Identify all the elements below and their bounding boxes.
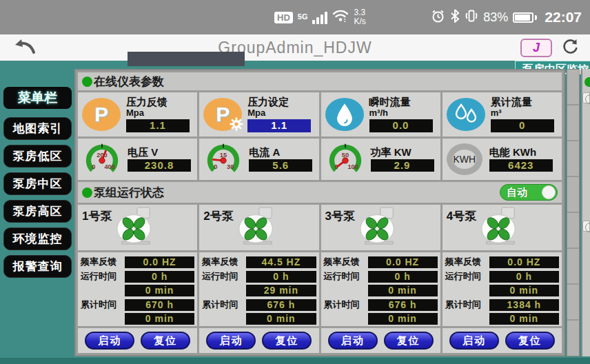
jump-app-button[interactable]: J xyxy=(520,39,552,57)
pump-icon xyxy=(356,207,400,248)
kwh-ring-icon: KWH xyxy=(447,143,482,175)
current-gauge-icon: 15 0 30 xyxy=(203,141,243,177)
pump-buttons: 启动 复位 xyxy=(78,328,197,353)
pump-column-4: 4号泵 频率反馈0.0 HZ 运行时间0 h 0 min 累计时间1384 h … xyxy=(443,205,562,353)
status-time: 22:07 xyxy=(545,9,582,26)
sidebar-item-pump-low-zone[interactable]: 泵房低区 xyxy=(3,145,72,168)
green-dot-icon xyxy=(82,188,92,198)
current-card: 15 0 30 电流 A 5.6 xyxy=(199,139,318,180)
sidebar-item-pump-mid-zone[interactable]: 泵房中区 xyxy=(3,172,72,195)
network-speed: 3.3 K/s xyxy=(354,8,365,26)
sidebar-item-map-index[interactable]: 地图索引 xyxy=(3,117,72,140)
reset-button[interactable]: 复位 xyxy=(262,332,312,350)
pressure-feedback-value: 1.1 xyxy=(126,119,190,132)
total-minutes: 0 min xyxy=(246,313,316,325)
runtime-minutes: 0 min xyxy=(368,285,438,296)
pump-data-table: 频率反馈0.0 HZ 运行时间0 h 0 min 累计时间676 h 0 min xyxy=(321,252,440,326)
gear-icon xyxy=(230,117,243,134)
pump-icon xyxy=(478,207,522,248)
total-hours: 676 h xyxy=(246,299,316,311)
pump-icon xyxy=(113,207,157,248)
card-unit: m³ xyxy=(491,108,554,119)
runtime-hours: 0 h xyxy=(489,271,559,283)
card-label: 电能 KWh xyxy=(489,147,553,159)
sidebar-item-alarm-query[interactable]: 报警查询 xyxy=(3,255,72,278)
start-button[interactable]: 启动 xyxy=(206,332,256,350)
pump-column-2: 2号泵 频率反馈44.5 HZ 运行时间0 h 29 min 累计时间676 h… xyxy=(199,205,318,353)
card-unit: m³/h xyxy=(369,108,433,119)
pressure-icon: P xyxy=(82,98,121,131)
redaction-overlay xyxy=(128,52,245,66)
status-bar: HD 5G 3.3 K/s 83% 22:07 xyxy=(0,0,590,34)
total-time-label: 累计时间 xyxy=(445,299,489,311)
pump-head: 2号泵 xyxy=(199,205,318,250)
partial-card xyxy=(582,221,590,232)
freq-value: 44.5 HZ xyxy=(246,256,316,268)
freq-label: 频率反馈 xyxy=(202,256,246,268)
green-dot-icon xyxy=(82,77,92,87)
runtime-hours: 0 h xyxy=(368,271,438,283)
auto-mode-label: 自动 xyxy=(507,186,527,199)
start-button[interactable]: 启动 xyxy=(449,332,499,350)
total-minutes: 0 min xyxy=(489,313,559,325)
voltage-gauge-icon: 200 0 400 xyxy=(82,141,122,177)
refresh-button[interactable] xyxy=(562,38,579,58)
pumps-grid: 1号泵 频率反馈0.0 HZ 运行时间0 h 0 min 累计时间670 h 0… xyxy=(78,205,562,353)
sidebar-item-pump-high-zone[interactable]: 泵房高区 xyxy=(3,200,72,223)
pump-data-table: 频率反馈44.5 HZ 运行时间0 h 29 min 累计时间676 h 0 m… xyxy=(199,252,318,326)
pressure-setting-value[interactable]: 1.1 xyxy=(247,119,311,132)
reset-button[interactable]: 复位 xyxy=(505,332,555,350)
title-bar: GroupAdmin_HDJW J xyxy=(0,34,590,61)
start-button[interactable]: 启动 xyxy=(328,332,378,350)
hd-icon: HD xyxy=(274,12,293,23)
voltage-value: 230.8 xyxy=(128,159,191,172)
total-time-label: 累计时间 xyxy=(324,299,368,311)
instant-flow-card: 瞬时流量 m³/h 0.0 xyxy=(321,92,440,136)
pump-section-header: 泵组运行状态 自动 xyxy=(78,182,562,203)
auto-mode-toggle[interactable]: 自动 xyxy=(500,184,558,201)
energy-value: 6423 xyxy=(489,159,553,172)
runtime-minutes: 29 min xyxy=(246,285,316,296)
water-drop-icon xyxy=(325,98,364,131)
freq-value: 0.0 HZ xyxy=(125,256,194,268)
jump-icon: J xyxy=(533,41,540,55)
power-gauge-icon: 50 0 100 xyxy=(325,141,365,177)
current-value: 5.6 xyxy=(249,159,312,172)
sidebar: 菜单栏 地图索引 泵房低区 泵房中区 泵房高区 环境监控 报警查询 xyxy=(3,87,72,283)
start-button[interactable]: 启动 xyxy=(85,332,134,350)
pump-name: 1号泵 xyxy=(82,208,112,224)
vibrate-icon xyxy=(465,9,478,26)
sidebar-item-env-monitor[interactable]: 环境监控 xyxy=(3,228,72,250)
freq-value: 0.0 HZ xyxy=(368,256,438,268)
scrollbar-strip[interactable] xyxy=(567,69,580,356)
total-time-label: 累计时间 xyxy=(202,299,246,311)
card-unit: Mpa xyxy=(126,108,190,119)
power-card: 50 0 100 功率 KW 2.9 xyxy=(321,139,440,180)
voltage-card: 200 0 400 电压 V 230.8 xyxy=(78,139,197,180)
reset-button[interactable]: 复位 xyxy=(384,332,434,350)
svg-text:0: 0 xyxy=(92,163,95,170)
back-button[interactable] xyxy=(12,37,36,58)
green-dot-icon xyxy=(584,77,590,87)
pump-head: 3号泵 xyxy=(321,205,440,250)
bluetooth-icon xyxy=(450,9,460,26)
reset-button[interactable]: 复位 xyxy=(141,332,190,350)
meter-cards-row: P 压力反馈 Mpa 1.1 P 压力设定 Mpa 1.1 xyxy=(78,92,562,136)
runtime-label: 运行时间 xyxy=(324,270,368,283)
freq-value: 0.0 HZ xyxy=(489,256,559,268)
total-hours: 676 h xyxy=(368,299,438,311)
runtime-label: 运行时间 xyxy=(445,270,489,283)
bottom-band xyxy=(0,358,590,364)
energy-card: KWH 电能 KWh 6423 xyxy=(443,139,562,180)
double-drop-icon xyxy=(447,98,485,131)
page-title: GroupAdmin_HDJW xyxy=(0,39,590,57)
gauge-cards-row: 200 0 400 电压 V 230.8 15 0 30 xyxy=(78,139,562,180)
runtime-hours: 0 h xyxy=(246,271,316,283)
total-flow-value: 0 xyxy=(491,119,554,132)
pump-head: 4号泵 xyxy=(443,205,562,250)
instant-flow-value: 0.0 xyxy=(369,119,433,132)
card-label: 功率 KW xyxy=(371,147,434,159)
pump-buttons: 启动 复位 xyxy=(321,328,440,353)
total-flow-card: 累计流量 m³ 0 xyxy=(443,92,562,136)
svg-text:0: 0 xyxy=(214,163,218,170)
